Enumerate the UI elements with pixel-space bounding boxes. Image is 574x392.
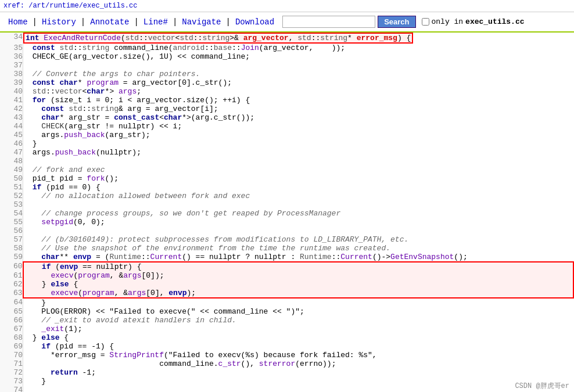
code-line: command_line.c_str(), strerror(errno));	[23, 359, 573, 368]
table-row: 54 // change process groups, so we don't…	[0, 209, 573, 218]
line-number[interactable]: 49	[0, 166, 23, 174]
line-number[interactable]: 54	[0, 209, 23, 218]
table-row: 51 if (pid == 0) {	[0, 183, 573, 192]
line-number[interactable]: 55	[0, 218, 23, 226]
code-line: for (size_t i = 0; i < arg_vector.size()…	[23, 96, 573, 105]
line-number[interactable]: 63	[0, 289, 23, 298]
footer-bar: CSDN @胖虎哥er	[510, 380, 574, 392]
line-number[interactable]: 44	[0, 122, 23, 131]
only-in-checkbox[interactable]	[422, 18, 429, 26]
table-row: 50 pid_t pid = fork();	[0, 174, 573, 183]
line-number[interactable]: 40	[0, 87, 23, 96]
code-line: }	[23, 298, 573, 307]
code-line: }	[23, 377, 573, 386]
code-line: execv(program, &args[0]);	[23, 271, 573, 280]
line-number[interactable]: 70	[0, 351, 23, 359]
line-number[interactable]: 51	[0, 183, 23, 192]
code-line: return -1;	[23, 368, 573, 377]
code-line: }	[23, 139, 573, 148]
line-number[interactable]: 72	[0, 368, 23, 377]
line-number[interactable]: 35	[0, 44, 23, 52]
line-number[interactable]: 60	[0, 262, 23, 271]
line-number[interactable]: 67	[0, 325, 23, 333]
nav-navigate[interactable]: Navigate	[178, 16, 224, 28]
line-number[interactable]: 48	[0, 157, 23, 166]
only-in-filename: exec_utils.cc	[465, 17, 524, 26]
code-line: const std::string& arg = arg_vector[i];	[23, 105, 573, 113]
line-number[interactable]: 58	[0, 244, 23, 253]
line-number[interactable]: 74	[0, 386, 23, 392]
code-line: PLOG(ERROR) << "Failed to execve(" << co…	[23, 307, 573, 316]
line-number[interactable]: 46	[0, 139, 23, 148]
line-number[interactable]: 42	[0, 105, 23, 113]
table-row: 37	[0, 61, 573, 70]
xref-label: xref:	[3, 2, 24, 10]
code-line: // Convert the args to char pointers.	[23, 70, 573, 78]
table-row: 48	[0, 157, 573, 166]
code-table: 34int ExecAndReturnCode(std::vector<std:…	[0, 33, 574, 392]
table-row: 34int ExecAndReturnCode(std::vector<std:…	[0, 33, 573, 44]
line-number[interactable]: 57	[0, 235, 23, 244]
line-number[interactable]: 34	[0, 33, 23, 44]
line-number[interactable]: 53	[0, 200, 23, 209]
code-line: // change process groups, so we don't ge…	[23, 209, 573, 218]
line-number[interactable]: 73	[0, 377, 23, 386]
nav-lineno[interactable]: Line#	[140, 16, 171, 28]
table-row: 61 execv(program, &args[0]);	[0, 271, 573, 280]
nav-history[interactable]: History	[38, 16, 80, 28]
code-line: *error_msg = StringPrintf("Failed to exe…	[23, 351, 573, 359]
line-number[interactable]: 52	[0, 192, 23, 200]
code-line: args.push_back(nullptr);	[23, 148, 573, 157]
footer-text: CSDN @胖虎哥er	[515, 382, 569, 390]
code-line: // (b/30160149): protect subprocesses fr…	[23, 235, 573, 244]
nav-sep-5: |	[225, 17, 232, 27]
line-number[interactable]: 64	[0, 298, 23, 307]
line-number[interactable]: 61	[0, 271, 23, 280]
code-line	[23, 226, 573, 235]
search-input[interactable]	[282, 16, 375, 28]
nav-home[interactable]: Home	[5, 16, 31, 28]
line-number[interactable]: 45	[0, 131, 23, 139]
line-number[interactable]: 66	[0, 316, 23, 325]
line-number[interactable]: 62	[0, 280, 23, 289]
table-row: 36 CHECK_GE(arg_vector.size(), 1U) << co…	[0, 52, 573, 61]
code-line: // _exit to avoid atexit handlers in chi…	[23, 316, 573, 325]
code-line: _exit(1);	[23, 325, 573, 333]
table-row: 45 args.push_back(arg_str);	[0, 131, 573, 139]
search-box: Search only in exec_utils.cc	[282, 16, 524, 28]
line-number[interactable]: 37	[0, 61, 23, 70]
line-number[interactable]: 36	[0, 52, 23, 61]
nav-download[interactable]: Download	[232, 16, 278, 28]
line-number[interactable]: 68	[0, 333, 23, 342]
code-line	[23, 61, 573, 70]
code-line: // fork and exec	[23, 166, 573, 174]
line-number[interactable]: 43	[0, 113, 23, 122]
table-row: 41 for (size_t i = 0; i < arg_vector.siz…	[0, 96, 573, 105]
line-number[interactable]: 59	[0, 253, 23, 262]
line-number[interactable]: 47	[0, 148, 23, 157]
line-number[interactable]: 41	[0, 96, 23, 105]
line-number[interactable]: 65	[0, 307, 23, 316]
table-row: 49 // fork and exec	[0, 166, 573, 174]
nav-annotate[interactable]: Annotate	[87, 16, 132, 28]
line-number[interactable]: 71	[0, 359, 23, 368]
code-line	[23, 386, 573, 392]
table-row: 40 std::vector<char*> args;	[0, 87, 573, 96]
code-line: // no allocation allowed between fork an…	[23, 192, 573, 200]
line-number[interactable]: 50	[0, 174, 23, 183]
xref-path-link[interactable]: /art/runtime/exec_utils.cc	[28, 2, 137, 10]
nav-sep-2: |	[80, 17, 87, 27]
code-line	[23, 200, 573, 209]
only-in-area: only in exec_utils.cc	[422, 17, 525, 26]
code-line: CHECK_GE(arg_vector.size(), 1U) << comma…	[23, 52, 573, 61]
line-number[interactable]: 69	[0, 342, 23, 351]
table-row: 43 char* arg_str = const_cast<char*>(arg…	[0, 113, 573, 122]
search-button[interactable]: Search	[378, 16, 415, 28]
table-row: 57 // (b/30160149): protect subprocesses…	[0, 235, 573, 244]
line-number[interactable]: 56	[0, 226, 23, 235]
line-number[interactable]: 39	[0, 78, 23, 87]
line-number[interactable]: 38	[0, 70, 23, 78]
code-line: pid_t pid = fork();	[23, 174, 573, 183]
code-line: args.push_back(arg_str);	[23, 131, 573, 139]
table-row: 58 // Use the snapshot of the environmen…	[0, 244, 573, 253]
